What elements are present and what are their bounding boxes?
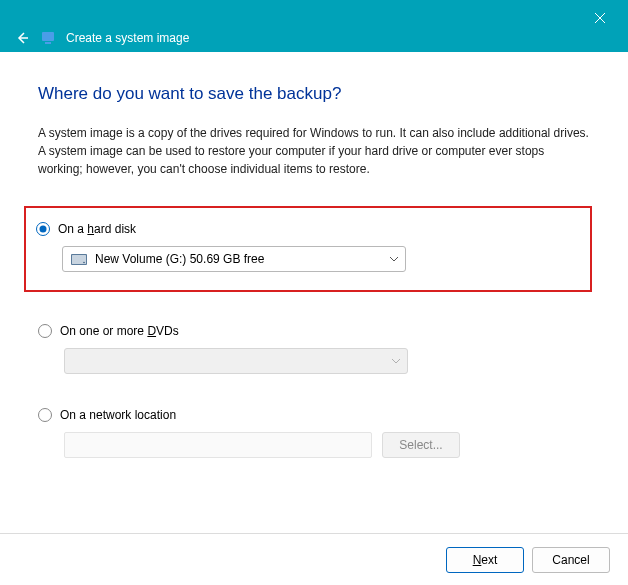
page-heading: Where do you want to save the backup? (38, 84, 590, 104)
window-title: Create a system image (66, 31, 189, 45)
svg-point-4 (83, 261, 85, 263)
close-button[interactable] (584, 6, 616, 30)
svg-rect-1 (45, 42, 51, 44)
chevron-down-icon (391, 358, 401, 364)
chevron-down-icon (389, 256, 399, 262)
network-path-input (64, 432, 372, 458)
dvds-dropdown (64, 348, 408, 374)
cancel-button[interactable]: Cancel (532, 547, 610, 573)
hard-disk-dropdown[interactable]: New Volume (G:) 50.69 GB free (62, 246, 406, 272)
app-icon (40, 30, 56, 46)
option-hard-disk-group: On a hard disk New Volume (G:) 50.69 GB … (26, 208, 590, 290)
option-network-group: On a network location Select... (38, 408, 590, 458)
page-description: A system image is a copy of the drives r… (38, 124, 590, 178)
wizard-footer: Next Cancel (0, 533, 628, 585)
option-dvds-group: On one or more DVDs (38, 324, 590, 374)
selected-drive-text: New Volume (G:) 50.69 GB free (95, 252, 264, 266)
back-button[interactable] (14, 30, 30, 46)
radio-network[interactable] (38, 408, 52, 422)
wizard-content: Where do you want to save the backup? A … (0, 52, 628, 458)
svg-rect-0 (42, 32, 54, 41)
titlebar: Create a system image (0, 0, 628, 52)
radio-hard-disk[interactable] (36, 222, 50, 236)
next-button[interactable]: Next (446, 547, 524, 573)
back-arrow-icon (14, 30, 30, 46)
radio-hard-disk-label: On a hard disk (58, 222, 136, 236)
radio-dvds-label: On one or more DVDs (60, 324, 179, 338)
drive-icon (71, 254, 87, 265)
close-icon (594, 12, 606, 24)
radio-network-label: On a network location (60, 408, 176, 422)
radio-dvds[interactable] (38, 324, 52, 338)
select-network-button: Select... (382, 432, 460, 458)
